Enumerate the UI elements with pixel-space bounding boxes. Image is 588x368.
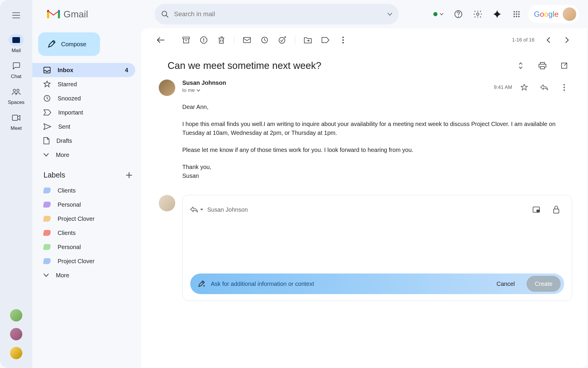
nav-more[interactable]: More	[32, 148, 135, 162]
chat-avatar[interactable]	[10, 347, 22, 359]
label-item[interactable]: Personal	[32, 240, 141, 254]
google-logo: Google	[534, 10, 559, 19]
compose-label: Compose	[61, 41, 86, 48]
sparkle-icon	[493, 10, 501, 18]
sender-avatar[interactable]	[159, 79, 175, 96]
gmail-logo-icon	[47, 9, 60, 19]
main-menu-button[interactable]	[6, 5, 26, 25]
spam-icon	[200, 37, 207, 44]
label-item[interactable]: Clients	[32, 226, 141, 240]
reply-editor[interactable]	[190, 218, 564, 273]
reply-recipient[interactable]: Susan Johnson	[207, 206, 248, 213]
reply-button[interactable]	[536, 79, 552, 95]
chevron-down-icon	[197, 89, 200, 92]
svg-point-7	[516, 11, 517, 13]
more-actions-button[interactable]	[335, 32, 351, 48]
nav-label: Snoozed	[58, 95, 81, 102]
nav-starred[interactable]: Starred	[32, 77, 135, 91]
svg-rect-28	[537, 210, 539, 212]
search-input[interactable]	[174, 10, 382, 18]
labels-header: Labels	[44, 171, 65, 179]
nav-inbox[interactable]: Inbox 4	[32, 63, 135, 77]
account-button[interactable]: Google	[528, 5, 579, 23]
reply-icon	[540, 84, 548, 90]
svg-point-25	[564, 87, 565, 88]
open-new-window-button[interactable]	[556, 58, 572, 74]
message-more-button[interactable]	[556, 79, 572, 95]
nav-sent[interactable]: Sent	[32, 120, 135, 134]
svg-point-24	[564, 84, 565, 86]
back-button[interactable]	[153, 32, 169, 48]
chat-avatar[interactable]	[10, 309, 22, 321]
nav-important[interactable]: Important	[32, 105, 135, 120]
gemini-button[interactable]	[489, 6, 505, 22]
svg-point-1	[17, 89, 19, 92]
settings-button[interactable]	[470, 6, 486, 22]
search-options-icon[interactable]	[387, 13, 392, 16]
ai-cancel-button[interactable]: Cancel	[491, 281, 521, 287]
rail-label: Meet	[11, 125, 22, 131]
mark-unread-button[interactable]	[239, 32, 255, 48]
label-swatch	[43, 244, 51, 250]
ai-prompt-input[interactable]	[211, 281, 485, 287]
dropdown-icon	[200, 209, 203, 210]
nav-snoozed[interactable]: Snoozed	[32, 91, 135, 105]
add-label-button[interactable]	[126, 172, 132, 178]
ai-create-button[interactable]: Create	[527, 276, 561, 292]
label-item[interactable]: Personal	[32, 198, 141, 212]
gmail-logo[interactable]: Gmail	[47, 9, 151, 20]
help-icon	[454, 10, 462, 18]
apps-button[interactable]	[509, 6, 524, 22]
add-task-button[interactable]	[274, 32, 290, 48]
star-message-button[interactable]	[516, 79, 532, 95]
labels-more[interactable]: More	[32, 268, 135, 282]
rail-meet[interactable]: Meet	[0, 110, 32, 134]
snooze-button[interactable]	[257, 32, 273, 48]
expand-button[interactable]	[513, 58, 529, 74]
labels-button[interactable]	[318, 32, 333, 48]
compose-icon	[48, 40, 55, 48]
label-name: Clients	[58, 187, 76, 194]
rail-chat[interactable]: Chat	[0, 58, 32, 82]
confidential-mode-button[interactable]	[548, 202, 564, 218]
newer-button[interactable]	[540, 32, 556, 48]
label-name: Project Clover	[58, 216, 95, 222]
gear-icon	[474, 10, 482, 18]
rail-mail[interactable]: Mail	[0, 32, 32, 56]
nav-label: Sent	[58, 123, 70, 130]
nav-label: Drafts	[56, 137, 72, 144]
print-icon	[539, 62, 546, 69]
move-to-button[interactable]	[300, 32, 316, 48]
more-vert-icon	[342, 37, 344, 44]
delete-button[interactable]	[213, 32, 229, 48]
message-time: 9:41 AM	[494, 84, 512, 90]
label-item[interactable]: Clients	[32, 183, 141, 198]
svg-point-10	[516, 14, 517, 15]
svg-point-11	[518, 14, 520, 15]
label-item[interactable]: Project Clover	[32, 254, 141, 268]
recipient-dropdown[interactable]: to me	[182, 87, 226, 93]
label-name: Personal	[58, 201, 81, 208]
svg-point-21	[343, 37, 344, 38]
report-spam-button[interactable]	[196, 32, 212, 48]
spaces-icon	[12, 89, 21, 95]
status-indicator[interactable]	[430, 12, 447, 16]
older-button[interactable]	[559, 32, 575, 48]
open-new-icon	[561, 62, 568, 69]
popout-reply-button[interactable]	[528, 202, 544, 218]
svg-rect-17	[183, 37, 189, 39]
rail-spaces[interactable]: Spaces	[0, 84, 32, 108]
reply-type-dropdown[interactable]	[190, 207, 203, 213]
support-button[interactable]	[450, 6, 466, 22]
print-button[interactable]	[534, 58, 550, 74]
chat-avatar[interactable]	[10, 328, 22, 340]
nav-drafts[interactable]: Drafts	[32, 134, 135, 148]
archive-button[interactable]	[178, 32, 194, 48]
clock-icon	[261, 37, 268, 44]
svg-point-0	[13, 89, 16, 92]
label-item[interactable]: Project Clover	[32, 212, 141, 226]
email-view: 1-16 of 16 Can we meet sometime next wee…	[141, 28, 587, 368]
compose-button[interactable]: Compose	[38, 32, 100, 56]
label-swatch	[43, 230, 51, 236]
search-bar[interactable]	[155, 4, 399, 24]
